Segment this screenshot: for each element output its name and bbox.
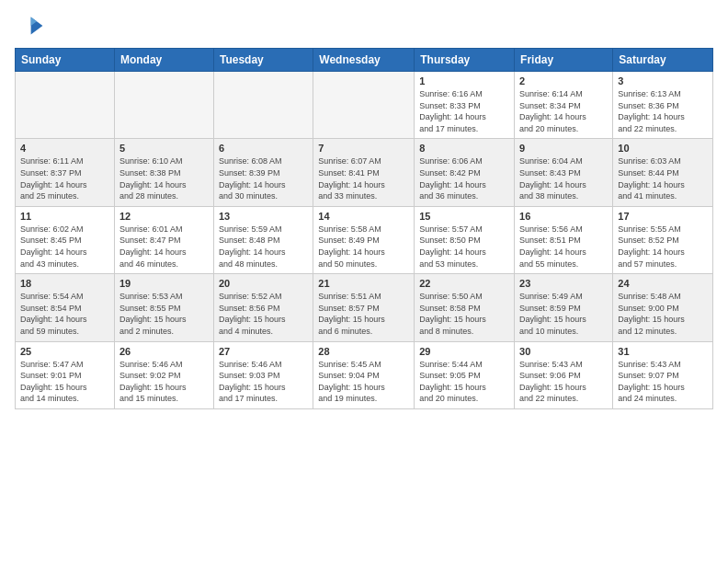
day-number: 24 xyxy=(618,278,708,289)
day-number: 5 xyxy=(119,143,209,154)
calendar-cell: 12Sunrise: 6:01 AM Sunset: 8:47 PM Dayli… xyxy=(114,206,213,273)
day-info: Sunrise: 6:03 AM Sunset: 8:44 PM Dayligh… xyxy=(618,155,708,201)
day-info: Sunrise: 5:43 AM Sunset: 9:06 PM Dayligh… xyxy=(519,359,608,405)
calendar-cell: 17Sunrise: 5:55 AM Sunset: 8:52 PM Dayli… xyxy=(613,206,713,273)
day-number: 27 xyxy=(219,346,308,357)
calendar-cell: 13Sunrise: 5:59 AM Sunset: 8:48 PM Dayli… xyxy=(213,206,313,273)
calendar-week-5: 25Sunrise: 5:47 AM Sunset: 9:01 PM Dayli… xyxy=(16,341,713,408)
day-number: 11 xyxy=(20,211,109,222)
day-number: 31 xyxy=(618,346,708,357)
day-info: Sunrise: 5:55 AM Sunset: 8:52 PM Dayligh… xyxy=(618,224,708,270)
calendar-cell: 8Sunrise: 6:06 AM Sunset: 8:42 PM Daylig… xyxy=(415,139,515,206)
day-number: 29 xyxy=(419,346,509,357)
day-info: Sunrise: 5:50 AM Sunset: 8:58 PM Dayligh… xyxy=(419,291,509,337)
day-info: Sunrise: 6:02 AM Sunset: 8:45 PM Dayligh… xyxy=(20,224,109,270)
day-number: 3 xyxy=(618,75,708,86)
calendar-cell: 30Sunrise: 5:43 AM Sunset: 9:06 PM Dayli… xyxy=(515,341,613,408)
weekday-header-saturday: Saturday xyxy=(613,49,713,72)
calendar-cell: 31Sunrise: 5:43 AM Sunset: 9:07 PM Dayli… xyxy=(613,341,713,408)
calendar-cell: 28Sunrise: 5:45 AM Sunset: 9:04 PM Dayli… xyxy=(313,341,415,408)
day-info: Sunrise: 5:53 AM Sunset: 8:55 PM Dayligh… xyxy=(119,291,209,337)
day-info: Sunrise: 6:07 AM Sunset: 8:41 PM Dayligh… xyxy=(318,155,409,201)
day-number: 13 xyxy=(219,211,308,222)
calendar-cell: 9Sunrise: 6:04 AM Sunset: 8:43 PM Daylig… xyxy=(515,139,613,206)
weekday-header-thursday: Thursday xyxy=(415,49,515,72)
day-number: 18 xyxy=(20,278,109,289)
calendar-cell: 24Sunrise: 5:48 AM Sunset: 9:00 PM Dayli… xyxy=(613,274,713,341)
day-info: Sunrise: 6:13 AM Sunset: 8:36 PM Dayligh… xyxy=(618,88,708,134)
day-info: Sunrise: 6:10 AM Sunset: 8:38 PM Dayligh… xyxy=(119,155,209,201)
calendar-cell: 22Sunrise: 5:50 AM Sunset: 8:58 PM Dayli… xyxy=(415,274,515,341)
calendar-week-3: 11Sunrise: 6:02 AM Sunset: 8:45 PM Dayli… xyxy=(16,206,713,273)
day-info: Sunrise: 5:46 AM Sunset: 9:02 PM Dayligh… xyxy=(119,359,209,405)
day-number: 25 xyxy=(20,346,109,357)
day-number: 22 xyxy=(419,278,509,289)
calendar-week-1: 1Sunrise: 6:16 AM Sunset: 8:33 PM Daylig… xyxy=(16,72,713,139)
header xyxy=(15,11,713,40)
calendar-cell: 21Sunrise: 5:51 AM Sunset: 8:57 PM Dayli… xyxy=(313,274,415,341)
calendar-cell: 7Sunrise: 6:07 AM Sunset: 8:41 PM Daylig… xyxy=(313,139,415,206)
day-number: 19 xyxy=(119,278,209,289)
calendar-cell xyxy=(313,72,415,139)
weekday-header-row: SundayMondayTuesdayWednesdayThursdayFrid… xyxy=(16,49,713,72)
day-number: 10 xyxy=(618,143,708,154)
day-info: Sunrise: 5:47 AM Sunset: 9:01 PM Dayligh… xyxy=(20,359,109,405)
day-number: 16 xyxy=(519,211,608,222)
weekday-header-tuesday: Tuesday xyxy=(213,49,313,72)
weekday-header-friday: Friday xyxy=(515,49,613,72)
weekday-header-monday: Monday xyxy=(114,49,213,72)
day-number: 2 xyxy=(519,75,608,86)
calendar-cell: 4Sunrise: 6:11 AM Sunset: 8:37 PM Daylig… xyxy=(16,139,115,206)
day-info: Sunrise: 6:16 AM Sunset: 8:33 PM Dayligh… xyxy=(419,88,509,134)
day-number: 7 xyxy=(318,143,409,154)
calendar-cell: 11Sunrise: 6:02 AM Sunset: 8:45 PM Dayli… xyxy=(16,206,115,273)
weekday-header-sunday: Sunday xyxy=(16,49,115,72)
day-number: 14 xyxy=(318,211,409,222)
calendar-cell xyxy=(213,72,313,139)
day-number: 26 xyxy=(119,346,209,357)
page: SundayMondayTuesdayWednesdayThursdayFrid… xyxy=(0,0,728,563)
day-number: 12 xyxy=(119,211,209,222)
weekday-header-wednesday: Wednesday xyxy=(313,49,415,72)
calendar: SundayMondayTuesdayWednesdayThursdayFrid… xyxy=(15,48,713,409)
day-number: 23 xyxy=(519,278,608,289)
day-info: Sunrise: 5:43 AM Sunset: 9:07 PM Dayligh… xyxy=(618,359,708,405)
calendar-cell: 3Sunrise: 6:13 AM Sunset: 8:36 PM Daylig… xyxy=(613,72,713,139)
calendar-cell xyxy=(114,72,213,139)
day-number: 20 xyxy=(219,278,308,289)
calendar-cell: 1Sunrise: 6:16 AM Sunset: 8:33 PM Daylig… xyxy=(415,72,515,139)
day-info: Sunrise: 5:58 AM Sunset: 8:49 PM Dayligh… xyxy=(318,224,409,270)
logo-icon xyxy=(15,11,44,40)
calendar-cell: 14Sunrise: 5:58 AM Sunset: 8:49 PM Dayli… xyxy=(313,206,415,273)
day-info: Sunrise: 5:59 AM Sunset: 8:48 PM Dayligh… xyxy=(219,224,308,270)
calendar-cell: 19Sunrise: 5:53 AM Sunset: 8:55 PM Dayli… xyxy=(114,274,213,341)
day-number: 17 xyxy=(618,211,708,222)
calendar-cell: 2Sunrise: 6:14 AM Sunset: 8:34 PM Daylig… xyxy=(515,72,613,139)
calendar-cell: 6Sunrise: 6:08 AM Sunset: 8:39 PM Daylig… xyxy=(213,139,313,206)
day-number: 4 xyxy=(20,143,109,154)
day-info: Sunrise: 6:04 AM Sunset: 8:43 PM Dayligh… xyxy=(519,155,608,201)
day-number: 21 xyxy=(318,278,409,289)
day-number: 1 xyxy=(419,75,509,86)
logo xyxy=(15,11,48,40)
calendar-cell: 18Sunrise: 5:54 AM Sunset: 8:54 PM Dayli… xyxy=(16,274,115,341)
day-info: Sunrise: 6:08 AM Sunset: 8:39 PM Dayligh… xyxy=(219,155,308,201)
calendar-cell: 5Sunrise: 6:10 AM Sunset: 8:38 PM Daylig… xyxy=(114,139,213,206)
calendar-cell: 23Sunrise: 5:49 AM Sunset: 8:59 PM Dayli… xyxy=(515,274,613,341)
day-number: 6 xyxy=(219,143,308,154)
calendar-week-4: 18Sunrise: 5:54 AM Sunset: 8:54 PM Dayli… xyxy=(16,274,713,341)
calendar-cell: 15Sunrise: 5:57 AM Sunset: 8:50 PM Dayli… xyxy=(415,206,515,273)
day-info: Sunrise: 5:52 AM Sunset: 8:56 PM Dayligh… xyxy=(219,291,308,337)
day-info: Sunrise: 6:11 AM Sunset: 8:37 PM Dayligh… xyxy=(20,155,109,201)
day-info: Sunrise: 5:54 AM Sunset: 8:54 PM Dayligh… xyxy=(20,291,109,337)
calendar-cell: 29Sunrise: 5:44 AM Sunset: 9:05 PM Dayli… xyxy=(415,341,515,408)
day-info: Sunrise: 5:49 AM Sunset: 8:59 PM Dayligh… xyxy=(519,291,608,337)
calendar-cell xyxy=(16,72,115,139)
calendar-cell: 26Sunrise: 5:46 AM Sunset: 9:02 PM Dayli… xyxy=(114,341,213,408)
day-info: Sunrise: 5:48 AM Sunset: 9:00 PM Dayligh… xyxy=(618,291,708,337)
calendar-cell: 20Sunrise: 5:52 AM Sunset: 8:56 PM Dayli… xyxy=(213,274,313,341)
calendar-cell: 16Sunrise: 5:56 AM Sunset: 8:51 PM Dayli… xyxy=(515,206,613,273)
day-info: Sunrise: 5:44 AM Sunset: 9:05 PM Dayligh… xyxy=(419,359,509,405)
day-number: 30 xyxy=(519,346,608,357)
day-info: Sunrise: 5:51 AM Sunset: 8:57 PM Dayligh… xyxy=(318,291,409,337)
